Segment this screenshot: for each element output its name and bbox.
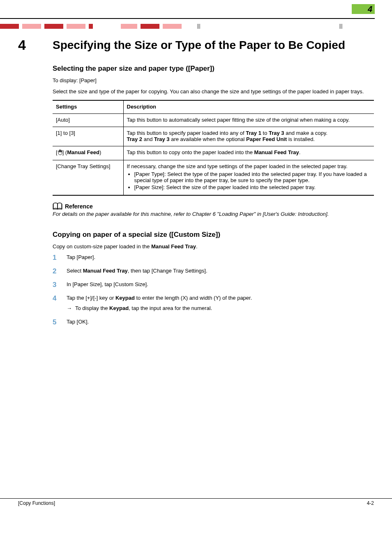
- step-item: Tap the [+]/[-] key or Keypad to enter t…: [53, 294, 374, 312]
- list-item: [Paper Size]: Select the size of the pap…: [134, 184, 371, 190]
- hatch-icon: [197, 24, 201, 29]
- chapter-badge: 4: [352, 4, 375, 14]
- paragraph: Copy on custom-size paper loaded in the …: [53, 243, 374, 251]
- table-cell: Tap this button to copy onto the paper l…: [123, 146, 374, 160]
- section-heading: Copying on paper of a special size ([Cus…: [53, 231, 374, 239]
- chapter-heading: 4 Specifying the Size or Type of the Pap…: [18, 38, 374, 52]
- arrow-icon: →: [67, 305, 72, 312]
- text: Tray 2 and Tray 3 are available when the…: [127, 136, 315, 142]
- settings-table: Settings Description [Auto] Tap this but…: [53, 100, 374, 196]
- bullet-list: [Paper Type]: Select the type of the pap…: [127, 171, 371, 190]
- step-text: Tap the [+]/[-] key or Keypad to enter t…: [67, 295, 252, 301]
- text: ): [99, 149, 101, 155]
- text: Copy on custom-size paper loaded in the: [53, 243, 151, 250]
- text: If necessary, change the size and type s…: [127, 163, 348, 169]
- step-text: In [Paper Size], tap [Custom Size].: [67, 281, 148, 287]
- table-row: [] (Manual Feed) Tap this button to copy…: [53, 146, 374, 160]
- table-cell: [1] to [3]: [53, 127, 123, 146]
- step-text: Tap [Paper].: [67, 254, 95, 260]
- table-header: Description: [123, 100, 374, 114]
- step-item: Select Manual Feed Tray, then tap [Chang…: [53, 267, 374, 275]
- step-list: Tap [Paper]. Select Manual Feed Tray, th…: [53, 254, 374, 326]
- text: ] (: [62, 149, 67, 155]
- sub-step-text: To display the Keypad, tap the input are…: [75, 305, 212, 312]
- section-heading: Selecting the paper size and paper type …: [53, 65, 374, 73]
- chapter-badge-number: 4: [368, 5, 372, 14]
- list-item: [Paper Type]: Select the type of the pap…: [134, 171, 371, 183]
- paragraph: Select the size and type of the paper fo…: [53, 88, 374, 96]
- table-header: Settings: [53, 100, 123, 114]
- reference-text: For details on the paper available for t…: [53, 210, 374, 218]
- table-cell: [] (Manual Feed): [53, 146, 123, 160]
- step-item: In [Paper Size], tap [Custom Size].: [53, 281, 374, 289]
- text: Tap this button to specify paper loaded …: [127, 130, 327, 136]
- chapter-number: 4: [18, 38, 41, 52]
- text: Tap this button to copy onto the paper l…: [127, 149, 301, 155]
- header-segments: [0, 24, 392, 29]
- header-rule: [0, 18, 375, 19]
- table-cell: Tap this button to automatically select …: [123, 113, 374, 127]
- table-cell: [Change Tray Settings]: [53, 160, 123, 195]
- hatch-icon: [339, 24, 343, 29]
- step-item: Tap [Paper].: [53, 254, 374, 261]
- table-row: [Auto] Tap this button to automatically …: [53, 113, 374, 127]
- reference-label: Reference: [65, 203, 93, 210]
- table-cell: [Auto]: [53, 113, 123, 127]
- table-cell: Tap this button to specify paper loaded …: [123, 127, 374, 146]
- page-footer: [Copy Functions] 4-2: [0, 498, 392, 514]
- text: Manual Feed: [67, 149, 99, 155]
- paragraph: To display: [Paper]: [53, 77, 374, 85]
- chapter-title: Specifying the Size or Type of the Paper…: [53, 38, 345, 52]
- table-cell: If necessary, change the size and type s…: [123, 160, 374, 195]
- step-text: Select Manual Feed Tray, then tap [Chang…: [67, 268, 208, 274]
- book-icon: [53, 202, 63, 210]
- table-row: [Change Tray Settings] If necessary, cha…: [53, 160, 374, 195]
- table-row: [1] to [3] Tap this button to specify pa…: [53, 127, 374, 146]
- step-text: Tap [OK].: [67, 319, 89, 325]
- hand-icon: [58, 149, 62, 156]
- footer-left: [Copy Functions]: [18, 499, 55, 506]
- footer-right: 4-2: [367, 499, 374, 506]
- text: .: [196, 243, 198, 250]
- step-item: Tap [OK].: [53, 318, 374, 326]
- sub-step: → To display the Keypad, tap the input a…: [67, 305, 374, 312]
- text: Manual Feed Tray: [151, 243, 196, 250]
- top-bar: 4: [0, 0, 392, 35]
- reference-heading: Reference: [53, 202, 374, 210]
